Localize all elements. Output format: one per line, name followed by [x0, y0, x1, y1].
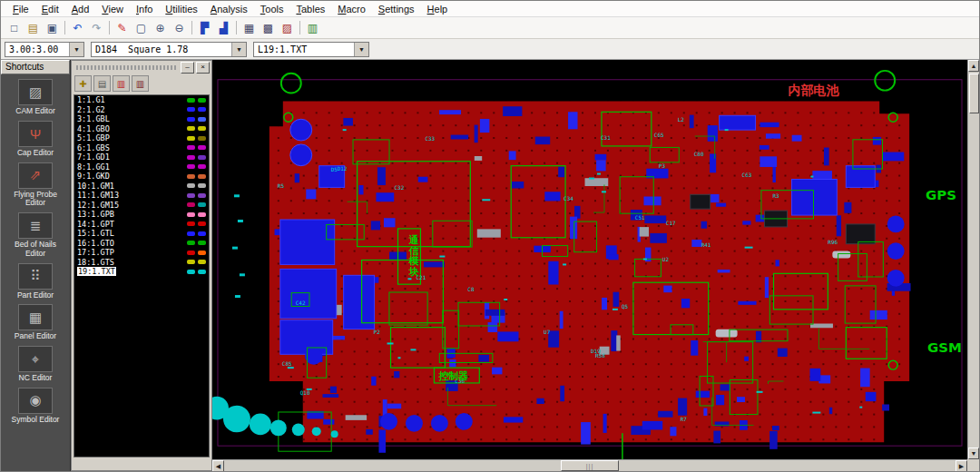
board-bottom-view-icon[interactable]: ▟	[214, 19, 233, 37]
layer-color-chip[interactable]	[198, 221, 206, 226]
layer-color-chip[interactable]	[187, 183, 195, 188]
shortcut-item-nc-editor[interactable]: ⌖NC Editor	[1, 346, 70, 383]
layer-color-chip[interactable]	[198, 145, 206, 150]
shortcut-item-part-editor[interactable]: ⠿Part Editor	[1, 263, 70, 300]
layer-color-chip[interactable]	[187, 193, 195, 198]
layer-color-chip[interactable]	[198, 98, 206, 103]
layer-color-chip[interactable]	[198, 126, 206, 131]
layer-color-chip[interactable]	[198, 107, 206, 112]
horizontal-scrollbar[interactable]: ◀ ||| ▶	[212, 459, 967, 471]
layer-row[interactable]: 15:1.GTL	[74, 229, 209, 239]
redo-icon[interactable]: ↷	[87, 19, 106, 37]
menu-info[interactable]: Info	[130, 3, 159, 15]
layer-color-chip[interactable]	[187, 212, 195, 217]
scroll-down-icon[interactable]: ▼	[968, 447, 979, 459]
scroll-left-icon[interactable]: ◀	[212, 460, 224, 472]
layer-color-chip[interactable]	[187, 174, 195, 179]
layer-row[interactable]: 1:1.G1	[74, 95, 209, 105]
layer-color-chip[interactable]	[198, 174, 206, 179]
menu-view[interactable]: View	[95, 3, 130, 15]
layer-row[interactable]: 17:1.GTP	[74, 248, 209, 258]
layer-color-chip[interactable]	[198, 202, 206, 207]
active-layer-combo[interactable]: L19:1.TXT ▼	[253, 42, 369, 57]
active-layer-combo-arrow-icon[interactable]: ▼	[354, 43, 368, 56]
menu-utilities[interactable]: Utilities	[159, 3, 203, 15]
horizontal-scroll-track[interactable]: |||	[224, 460, 956, 471]
layer-color-chip[interactable]	[187, 145, 195, 150]
layer-color-chip[interactable]	[198, 231, 206, 236]
grid-color-icon[interactable]: ▨	[278, 19, 297, 37]
layer-color-chip[interactable]	[187, 231, 195, 236]
menu-settings[interactable]: Settings	[372, 3, 421, 15]
layer-color-chip[interactable]	[198, 241, 206, 245]
menu-edit[interactable]: Edit	[35, 3, 65, 15]
dcode-combo[interactable]: D184 Square 1.78 ▼	[91, 42, 247, 57]
redline-icon[interactable]: ✎	[113, 19, 132, 37]
layer-row[interactable]: 4:1.GBO	[74, 124, 209, 134]
layer-color-chip[interactable]	[198, 117, 206, 122]
layer-color-chip[interactable]	[187, 117, 195, 122]
layer-color-chip[interactable]	[198, 164, 206, 169]
scroll-right-icon[interactable]: ▶	[956, 460, 967, 472]
layer-color-chip[interactable]	[198, 193, 206, 198]
add-layers-icon[interactable]: ✚	[74, 75, 92, 92]
scroll-up-icon[interactable]: ▲	[968, 60, 979, 72]
layers-panel-close-button[interactable]: ×	[196, 62, 210, 74]
zoom-out-icon[interactable]: ⊖	[170, 19, 189, 37]
layer-color-chip[interactable]	[198, 251, 206, 255]
grid-lines-icon[interactable]: ▩	[259, 19, 278, 37]
layer-row[interactable]: 19:1.TXT	[74, 267, 209, 277]
vertical-scroll-thumb[interactable]	[969, 74, 979, 113]
layer-color-chip[interactable]	[187, 202, 195, 207]
layer-color-chip[interactable]	[198, 155, 206, 160]
layer-color-chip[interactable]	[187, 107, 195, 112]
film-dark-icon[interactable]: ▥	[132, 75, 149, 92]
open-folder-icon[interactable]: ▤	[24, 19, 43, 37]
layer-color-chip[interactable]	[198, 212, 206, 217]
layer-row[interactable]: 7:1.GD1	[74, 152, 209, 162]
menu-help[interactable]: Help	[421, 3, 455, 15]
shortcut-item-panel-editor[interactable]: ▦Panel Editor	[1, 304, 70, 341]
macro-film-icon[interactable]: ▥	[303, 19, 322, 37]
layer-row[interactable]: 13:1.GPB	[74, 210, 209, 220]
vertical-scrollbar[interactable]: ▲ ▼	[967, 60, 979, 459]
layer-color-chip[interactable]	[187, 126, 195, 131]
film-box-icon[interactable]: ▤	[93, 75, 111, 92]
layer-color-chip[interactable]	[198, 270, 206, 274]
shortcut-item-cam-editor[interactable]: ▨CAM Editor	[1, 79, 70, 116]
layer-row[interactable]: 14:1.GPT	[74, 220, 209, 230]
layer-row[interactable]: 10:1.GM1	[74, 182, 209, 192]
shortcut-item-flying-probe-editor[interactable]: ⇗Flying Probe Editor	[1, 162, 70, 209]
menu-file[interactable]: File	[6, 3, 35, 15]
layer-color-chip[interactable]	[187, 164, 195, 169]
layer-color-chip[interactable]	[187, 251, 195, 255]
layer-color-chip[interactable]	[187, 241, 195, 245]
layer-row[interactable]: 18:1.GTS	[74, 258, 209, 268]
layer-color-chip[interactable]	[187, 270, 195, 274]
layer-row[interactable]: 3:1.GBL	[74, 114, 209, 124]
new-file-icon[interactable]: □	[5, 19, 24, 37]
layer-row[interactable]: 9:1.GKD	[74, 172, 209, 182]
layer-color-chip[interactable]	[187, 260, 195, 264]
layer-row[interactable]: 6:1.GBS	[74, 143, 209, 153]
layer-color-chip[interactable]	[187, 155, 195, 160]
layer-color-chip[interactable]	[198, 183, 206, 188]
zoom-in-icon[interactable]: ⊕	[151, 19, 170, 37]
layer-color-chip[interactable]	[187, 136, 195, 141]
layer-row[interactable]: 5:1.GBP	[74, 133, 209, 143]
dcode-combo-arrow-icon[interactable]: ▼	[231, 43, 246, 56]
menu-analysis[interactable]: Analysis	[204, 3, 254, 15]
layer-color-chip[interactable]	[187, 98, 195, 103]
menu-macro[interactable]: Macro	[331, 3, 372, 15]
menu-tables[interactable]: Tables	[289, 3, 331, 15]
shortcut-item-symbol-editor[interactable]: ◉Symbol Editor	[1, 388, 70, 425]
horizontal-scroll-thumb[interactable]: |||	[561, 460, 619, 471]
menu-add[interactable]: Add	[65, 3, 96, 15]
pcb-canvas[interactable]: C80C8P2R3R5U2C63C33C32Q5D19C21C36C34L2R4…	[212, 60, 967, 459]
menu-tools[interactable]: Tools	[254, 3, 290, 15]
zoom-window-icon[interactable]: ▢	[132, 19, 151, 37]
grid-combo-arrow-icon[interactable]: ▼	[69, 43, 83, 56]
layer-row[interactable]: 2:1.G2	[74, 105, 209, 115]
board-top-view-icon[interactable]: ▛	[195, 19, 214, 37]
undo-icon[interactable]: ↶	[68, 19, 87, 37]
